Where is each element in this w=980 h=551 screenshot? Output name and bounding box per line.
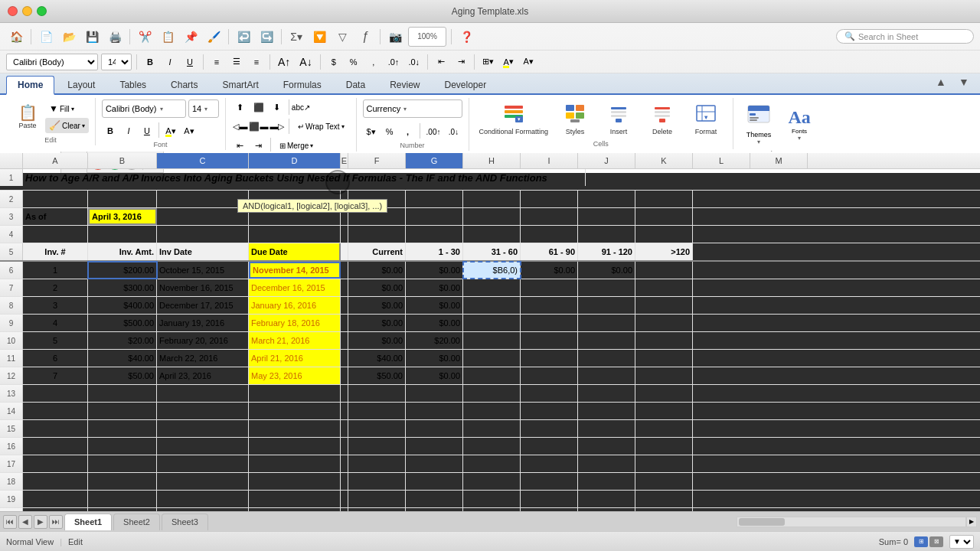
cell-C13[interactable] — [157, 385, 249, 402]
ribbon-collapse-icon[interactable]: ▲ — [931, 72, 951, 92]
cell-K8[interactable] — [635, 297, 693, 314]
cell-J5[interactable]: 91 - 120 — [578, 243, 635, 260]
delete-button[interactable]: Delete — [642, 99, 683, 139]
ribbon-font-select[interactable]: Calibri (Body) ▾ — [102, 99, 186, 118]
maximize-button[interactable] — [37, 6, 47, 16]
cell-C3[interactable] — [157, 208, 249, 225]
col-header-J[interactable]: J — [578, 153, 635, 168]
page-layout-button[interactable]: ⊠ — [929, 536, 943, 547]
col-header-G[interactable]: G — [406, 153, 463, 168]
cell-D9[interactable]: February 18, 2016 — [249, 315, 341, 331]
cell-B11[interactable]: $40.00 — [88, 350, 157, 367]
cell-K6[interactable] — [635, 262, 693, 279]
conditional-formatting-button[interactable]: ▾ Conditional Formatting — [475, 99, 553, 139]
cell-D10[interactable]: March 21, 2016 — [249, 332, 341, 349]
cell-C14[interactable] — [157, 403, 249, 419]
align-bottom-button[interactable]: ⬇ — [269, 99, 286, 115]
cell-G8[interactable]: $0.00 — [406, 297, 463, 314]
col-header-L[interactable]: L — [693, 153, 750, 168]
cell-H12[interactable] — [463, 367, 521, 384]
home-icon[interactable]: 🏠 — [6, 27, 26, 47]
cell-A8[interactable]: 3 — [23, 297, 88, 314]
cell-C10[interactable]: February 20, 2016 — [157, 332, 249, 349]
zoom-select[interactable]: ▼ — [949, 535, 974, 549]
cell-A18[interactable] — [23, 473, 88, 490]
cell-A2[interactable] — [23, 191, 88, 207]
cell-G10[interactable]: $20.00 — [406, 332, 463, 349]
cell-D5[interactable]: Due Date — [249, 243, 341, 260]
filter-icon[interactable]: ▽ — [332, 27, 352, 47]
cell-C5[interactable]: Inv Date — [157, 243, 249, 260]
cell-B7[interactable]: $300.00 — [88, 279, 157, 296]
cell-A19[interactable] — [23, 491, 88, 507]
cell-F18[interactable] — [348, 473, 406, 490]
themes-button[interactable]: Themes ▾ — [740, 99, 778, 148]
clear-button[interactable]: 🧹 Clear ▾ — [45, 118, 89, 133]
cell-H11[interactable] — [463, 350, 521, 367]
cell-E8[interactable] — [341, 297, 348, 314]
comma-button[interactable]: , — [365, 54, 382, 70]
cell-B5[interactable]: Inv. Amt. — [88, 243, 157, 260]
cell-G5[interactable]: 1 - 30 — [406, 243, 463, 260]
cell-E6[interactable] — [341, 262, 348, 279]
percent-button[interactable]: % — [345, 54, 362, 70]
cell-A7[interactable]: 2 — [23, 279, 88, 296]
cell-E5[interactable] — [341, 243, 348, 260]
cell-E19[interactable] — [341, 491, 348, 507]
cell-E10[interactable] — [341, 332, 348, 349]
cell-H14[interactable] — [463, 403, 521, 419]
text-angle-button[interactable]: abc↗ — [292, 99, 309, 115]
cell-J13[interactable] — [578, 385, 635, 402]
col-header-H[interactable]: H — [463, 153, 521, 168]
cell-G6[interactable]: $0.00 — [406, 262, 463, 279]
cell-I14[interactable] — [521, 403, 578, 419]
insert-button[interactable]: Insert — [598, 99, 639, 139]
cell-F8[interactable]: $0.00 — [348, 297, 406, 314]
increase-size-button[interactable]: A↑ — [275, 54, 293, 70]
close-button[interactable] — [8, 6, 18, 16]
tab-review[interactable]: Review — [378, 76, 431, 93]
cell-G7[interactable]: $0.00 — [406, 279, 463, 296]
cell-I5[interactable]: 61 - 90 — [521, 243, 578, 260]
camera-icon[interactable]: 📷 — [385, 27, 405, 47]
cell-A5[interactable]: Inv. # — [23, 243, 88, 260]
cell-D17[interactable] — [249, 455, 341, 472]
cell-J12[interactable] — [578, 367, 635, 384]
currency-format-button[interactable]: $▾ — [363, 123, 380, 140]
cell-J18[interactable] — [578, 473, 635, 490]
decrease-decimal-button2[interactable]: .0↓ — [445, 123, 462, 140]
scroll-right-button[interactable]: ▶ — [966, 517, 977, 527]
cell-A13[interactable] — [23, 385, 88, 402]
col-header-E[interactable]: E — [341, 153, 348, 168]
redo-icon[interactable]: ↪️ — [256, 27, 276, 47]
cell-K9[interactable] — [635, 315, 693, 331]
cell-E14[interactable] — [341, 403, 348, 419]
cell-G3[interactable] — [406, 208, 463, 225]
col-header-C[interactable]: C — [157, 153, 249, 168]
cell-K12[interactable] — [635, 367, 693, 384]
normal-view-button[interactable]: ⊞ — [914, 536, 928, 547]
cell-B16[interactable] — [88, 438, 157, 455]
cell-D4[interactable] — [249, 226, 341, 243]
cell-A16[interactable] — [23, 438, 88, 455]
horizontal-scrollbar[interactable] — [737, 517, 966, 527]
cell-G19[interactable] — [406, 491, 463, 507]
cell-H3[interactable] — [463, 208, 521, 225]
col-header-D[interactable]: D — [249, 153, 341, 168]
align-right-button[interactable]: ▬▷ — [269, 119, 286, 134]
col-header-M[interactable]: M — [750, 153, 808, 168]
cell-B12[interactable]: $50.00 — [88, 367, 157, 384]
tab-layout[interactable]: Layout — [56, 76, 106, 93]
decrease-decimal-button[interactable]: .0↓ — [405, 54, 423, 70]
cell-I7[interactable] — [521, 279, 578, 296]
cell-F7[interactable]: $0.00 — [348, 279, 406, 296]
cell-I4[interactable] — [521, 226, 578, 243]
cell-H15[interactable] — [463, 420, 521, 437]
cell-C16[interactable] — [157, 438, 249, 455]
cell-K15[interactable] — [635, 420, 693, 437]
prev-sheet-button[interactable]: ◀ — [18, 515, 32, 529]
underline-button[interactable]: U — [181, 54, 198, 70]
col-header-F[interactable]: F — [348, 153, 406, 168]
last-sheet-button[interactable]: ⏭ — [49, 515, 63, 529]
cell-K11[interactable] — [635, 350, 693, 367]
